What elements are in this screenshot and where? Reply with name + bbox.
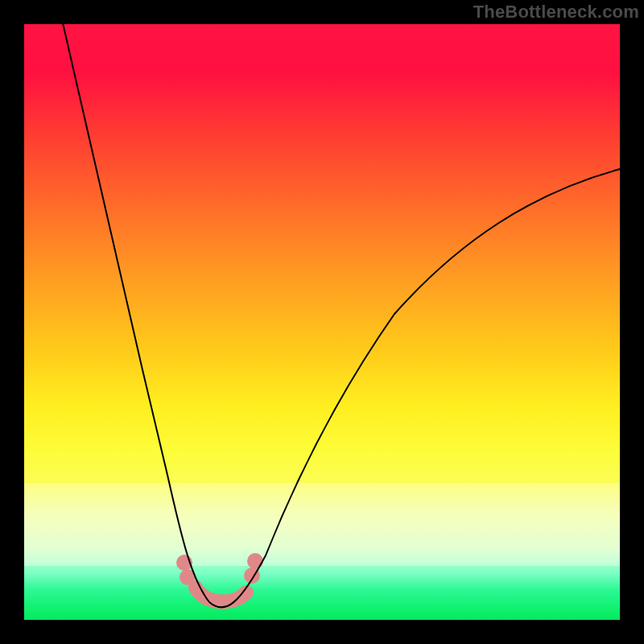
watermark: TheBottleneck.com <box>473 2 639 23</box>
bottleneck-curve <box>61 16 620 608</box>
valley-highlight <box>196 588 246 601</box>
node-dot <box>247 553 263 569</box>
curve-layer <box>24 24 620 620</box>
outer-frame: TheBottleneck.com <box>0 0 644 644</box>
